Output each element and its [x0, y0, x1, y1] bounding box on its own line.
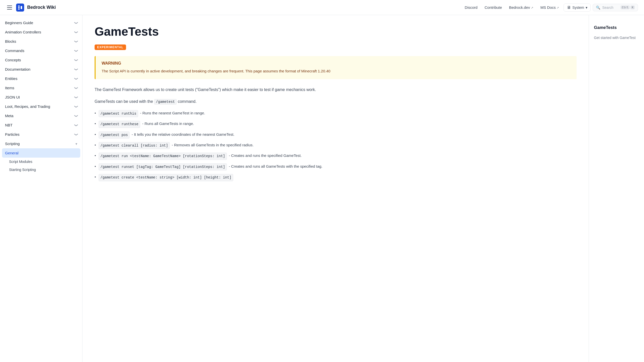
chevron-right-icon: ❮	[74, 86, 78, 89]
sidebar-item-label: Commands	[5, 49, 24, 53]
sidebar-sub-item-label: Script Modules	[9, 160, 32, 164]
sidebar-item-concepts[interactable]: Concepts ❮	[0, 55, 82, 65]
sidebar-sub-item-script-modules[interactable]: Script Modules	[0, 158, 82, 166]
chevron-down-icon: ▾	[586, 6, 587, 10]
site-title[interactable]: Bedrock Wiki	[27, 5, 56, 10]
command-desc: - Creates and runs all GameTests with th…	[229, 163, 323, 169]
sidebar: Beginners Guide ❮ Animation Controllers …	[0, 15, 83, 362]
list-item: /gametest create <testName: string> [wid…	[95, 174, 577, 181]
command-code: /gametest pos	[99, 131, 130, 139]
sidebar-item-animation-controllers[interactable]: Animation Controllers ❮	[0, 27, 82, 37]
sidebar-sub-item-general[interactable]: General	[2, 148, 80, 158]
sidebar-item-commands[interactable]: Commands ❮	[0, 46, 82, 55]
sidebar-item-label: Animation Controllers	[5, 30, 41, 34]
nav-ms-docs[interactable]: MS Docs	[538, 4, 561, 11]
chevron-right-icon: ❮	[74, 21, 78, 24]
sidebar-sub-item-label: Starting Scripting	[9, 168, 36, 172]
site-logo	[16, 4, 24, 12]
sidebar-item-label: NBT	[5, 123, 13, 127]
list-item: /gametest runset [tagTag: GameTestTag] […	[95, 163, 577, 170]
list-item: /gametest runthis - Runs the nearest Gam…	[95, 110, 577, 117]
list-item: /gametest runthese - Runs all GameTests …	[95, 121, 577, 128]
menu-toggle[interactable]	[6, 5, 13, 11]
command-code: /gametest run <testName: GameTestName> […	[99, 153, 227, 160]
command-desc: - Removes all GameTests in the specified…	[172, 142, 254, 148]
system-label: System	[572, 6, 584, 10]
sidebar-item-label: Blocks	[5, 39, 16, 43]
command-desc: - Runs all GameTests in range.	[142, 121, 194, 127]
chevron-right-icon: ❮	[74, 105, 78, 108]
sidebar-item-label: Items	[5, 86, 14, 90]
chevron-right-icon: ❮	[74, 59, 78, 62]
nav-contribute[interactable]: Contribute	[482, 4, 504, 11]
chevron-right-icon: ❮	[74, 77, 78, 80]
intro-paragraph-1: The GameTest Framework allows us to crea…	[95, 86, 577, 93]
main-layout: Beginners Guide ❮ Animation Controllers …	[0, 15, 644, 362]
nav-discord[interactable]: Discord	[462, 4, 480, 11]
intro2-prefix: GameTests can be used with the	[95, 99, 153, 104]
sidebar-item-label: Loot, Recipes, and Trading	[5, 104, 50, 109]
toc-sidebar: GameTests Get started with GameTest	[589, 15, 644, 362]
k-key: K	[630, 6, 635, 9]
command-code: /gametest runthis	[99, 110, 138, 117]
chevron-right-icon: ❮	[74, 124, 78, 127]
command-desc: - It tells you the relative coordinates …	[132, 131, 234, 138]
sidebar-item-blocks[interactable]: Blocks ❮	[0, 37, 82, 46]
header-nav: Discord Contribute Bedrock.dev MS Docs 🖥…	[462, 4, 638, 12]
sidebar-item-label: Entities	[5, 76, 17, 81]
page-title: GameTests	[95, 25, 577, 38]
sidebar-item-scripting[interactable]: Scripting ▾	[0, 139, 82, 148]
command-code: /gametest runthese	[99, 121, 140, 128]
search-keyboard-shortcut: Ctrl K	[621, 6, 635, 9]
sidebar-item-loot-recipes[interactable]: Loot, Recipes, and Trading ❮	[0, 102, 82, 111]
site-header: Bedrock Wiki Discord Contribute Bedrock.…	[0, 0, 644, 15]
header-left: Bedrock Wiki	[6, 4, 56, 12]
warning-title: WARNING	[102, 61, 571, 66]
chevron-right-icon: ❮	[74, 114, 78, 117]
sidebar-item-label: JSON UI	[5, 95, 20, 99]
sidebar-item-label: Concepts	[5, 58, 21, 62]
ctrl-key: Ctrl	[621, 6, 630, 9]
search-icon: 🔍	[596, 6, 600, 10]
search-box[interactable]: 🔍 Search Ctrl K	[593, 4, 638, 11]
intro2-suffix: command.	[178, 99, 197, 104]
chevron-right-icon: ❮	[74, 40, 78, 43]
sidebar-item-label: Scripting	[5, 142, 20, 146]
sidebar-item-label: Particles	[5, 132, 20, 137]
command-desc: - Runs the nearest GameTest in range.	[140, 110, 205, 116]
main-content: GameTests EXPERIMENTAL WARNING The Scrip…	[83, 15, 589, 362]
sidebar-item-meta[interactable]: Meta ❮	[0, 111, 82, 120]
sidebar-item-documentation[interactable]: Documentation ❮	[0, 65, 82, 74]
toc-title: GameTests	[594, 25, 639, 30]
svg-rect-0	[16, 4, 24, 12]
sidebar-item-entities[interactable]: Entities ❮	[0, 74, 82, 83]
experimental-badge: EXPERIMENTAL	[95, 44, 126, 50]
sidebar-item-particles[interactable]: Particles ❮	[0, 130, 82, 139]
warning-box: WARNING The Script API is currently in a…	[95, 56, 577, 79]
command-code: /gametest clearall [radius: int]	[99, 142, 170, 149]
command-code: /gametest runset [tagTag: GameTestTag] […	[99, 163, 227, 170]
sidebar-item-items[interactable]: Items ❮	[0, 83, 82, 93]
sidebar-item-json-ui[interactable]: JSON UI ❮	[0, 93, 82, 102]
list-item: /gametest pos - It tells you the relativ…	[95, 131, 577, 139]
list-item: /gametest clearall [radius: int] - Remov…	[95, 142, 577, 149]
intro-paragraph-2: GameTests can be used with the /gametest…	[95, 98, 577, 105]
gametest-commands-list: /gametest runthis - Runs the nearest Gam…	[95, 110, 577, 181]
sidebar-item-label: Beginners Guide	[5, 21, 33, 25]
sidebar-sub-item-label: General	[5, 151, 18, 155]
toc-link-get-started[interactable]: Get started with GameTest	[594, 34, 639, 41]
sidebar-item-label: Documentation	[5, 67, 30, 71]
chevron-right-icon: ❮	[74, 96, 78, 99]
sidebar-sub-item-starting-scripting[interactable]: Starting Scripting	[0, 166, 82, 174]
chevron-right-icon: ❮	[74, 68, 78, 71]
chevron-right-icon: ❮	[74, 133, 78, 136]
nav-bedrock-dev[interactable]: Bedrock.dev	[506, 4, 536, 11]
sidebar-item-beginners-guide[interactable]: Beginners Guide ❮	[0, 18, 82, 27]
monitor-icon: 🖥	[567, 5, 571, 10]
system-dropdown[interactable]: 🖥 System ▾	[564, 4, 591, 12]
list-item: /gametest run <testName: GameTestName> […	[95, 153, 577, 160]
search-placeholder: Search	[602, 6, 613, 10]
sidebar-item-nbt[interactable]: NBT ❮	[0, 120, 82, 130]
command-code: /gametest create <testName: string> [wid…	[99, 174, 233, 181]
sidebar-item-label: Meta	[5, 114, 13, 118]
